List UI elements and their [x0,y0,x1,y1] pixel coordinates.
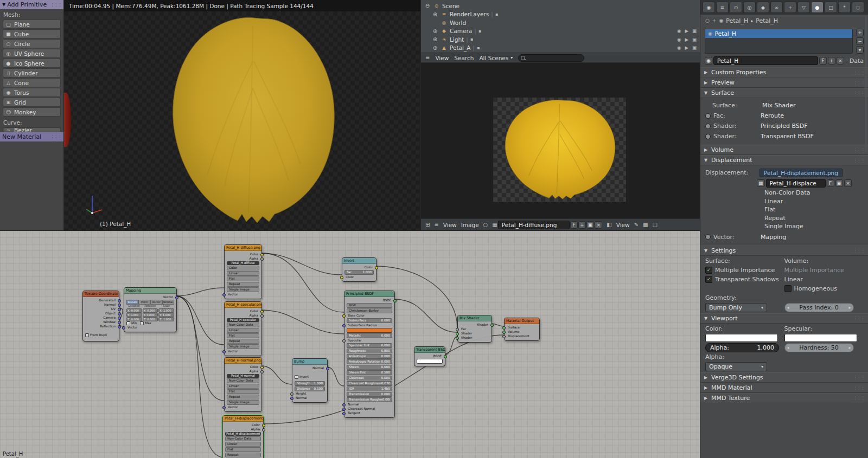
value-field[interactable]: Y: 0.000 [126,313,142,317]
node-row-linear[interactable]: Linear [225,442,261,447]
node-row-sheen[interactable]: Sheen0.000 [347,365,392,370]
socket-icon[interactable] [705,234,711,240]
selectability-icon[interactable]: ▶ [685,37,688,42]
node-row-y-0-000-y-0-000-y-1-000[interactable]: Y: 0.000Y: 0.000Y: 1.000 [126,313,174,317]
value-field[interactable]: X: 0.000 [126,308,142,313]
outliner-search-input[interactable] [518,54,584,62]
node-row-flat[interactable]: Flat [227,276,259,281]
remove-slot-button[interactable]: − [856,37,864,45]
output-socket[interactable] [260,370,264,373]
surface-panel-header[interactable]: ▼ Surface ⋮⋮⋮ [700,88,868,98]
node-row-sheen-tint[interactable]: Sheen Tint0.500 [347,370,392,375]
visibility-icon[interactable]: ◉ [677,28,681,34]
node-row-linear[interactable]: Linear [227,271,259,276]
renderability-icon[interactable]: ▣ [692,28,697,34]
add-ico-sphere-button[interactable]: ●Ico Sphere [3,59,61,68]
mmd-texture-panel-header[interactable]: ▶ MMD Texture ⋮⋮⋮ [700,393,868,403]
node-mapping[interactable]: MappingVectorTexturePointVectorNormalLoc… [124,287,177,332]
output-socket[interactable] [262,428,265,431]
input-socket[interactable] [342,324,346,327]
fake-user-button[interactable]: F [819,57,827,64]
breadcrumb-material[interactable]: Petal_H [756,17,778,24]
node-row-linear[interactable]: Linear [227,328,259,333]
value-field[interactable]: X: 1.000 [158,308,174,313]
renderability-icon[interactable]: ▣ [692,45,697,50]
red-petal-object[interactable] [64,93,71,147]
input-socket[interactable] [342,408,346,411]
input-socket[interactable] [342,314,346,318]
outliner-item-label[interactable]: Scene [442,3,459,9]
output-socket[interactable] [260,314,264,318]
diffuse-color-swatch[interactable] [705,334,778,342]
output-socket[interactable] [326,367,329,370]
visibility-icon[interactable]: ◉ [677,45,681,50]
new-material-button[interactable]: + [828,57,835,64]
browse-material-button[interactable]: ◉ [705,57,712,64]
output-socket[interactable] [490,324,494,327]
alpha-slider[interactable]: Alpha: 1.000 [705,343,779,352]
properties-tab-scene-icon[interactable]: ⊙ [730,2,742,13]
input-socket[interactable] [456,332,459,336]
unlink-image-button[interactable]: × [595,221,602,229]
node-row-texture-point-vector-normal[interactable]: TexturePointVectorNormal [126,300,174,304]
node-title[interactable]: Bump [292,359,327,365]
panel-grip-icon[interactable]: ⋮⋮⋮ [853,80,864,86]
properties-tab-particles-icon[interactable]: * [838,2,851,13]
panel-grip-icon[interactable]: ⋮⋮⋮ [853,395,864,401]
node-row-flat[interactable]: Flat [225,447,261,452]
image-option-select[interactable]: Single Image [757,222,864,231]
node-row-color[interactable]: Color [227,266,259,270]
node-title[interactable]: Mapping [124,288,176,294]
node-row-subsurface[interactable]: Subsurface0.000 [347,318,392,323]
blend-mode-select[interactable]: Opaque ▾ [705,362,767,371]
node-row-ggx[interactable]: GGX [347,303,392,308]
node-row-clearcoat-roughness[interactable]: Clearcoat Roughness0.030 [347,381,392,386]
input-socket[interactable] [456,328,459,331]
node-title[interactable]: Petal_H-diffuse.png [225,245,261,251]
node-row-single-image[interactable]: Single Image [227,344,259,349]
input-socket[interactable] [222,350,226,353]
new-material-panel-header[interactable]: New Material ⋮⋮⋮ [0,132,63,141]
properties-tab-physics-icon[interactable]: ◌ [852,2,864,13]
node-row-ior[interactable]: IOR1.450 [347,386,392,391]
expand-collapsed-icon[interactable]: ⊕ [432,45,438,51]
image-option-select[interactable]: Flat [757,205,864,214]
input-socket[interactable] [290,397,293,400]
image-option-select[interactable]: Linear [757,197,864,206]
outliner-item-label[interactable]: World [450,20,466,26]
node-row-single-image[interactable]: Single Image [227,400,259,405]
checkbox-icon[interactable] [140,321,144,325]
settings-panel-header[interactable]: ▼ Settings ⋮⋮⋮ [700,246,868,256]
breadcrumb-object[interactable]: Petal_H [726,17,748,24]
visibility-icon[interactable]: ◉ [677,37,681,42]
volume-interpolation[interactable]: Linear [784,275,864,284]
custom-properties-panel-header[interactable]: ▶ Custom Properties ⋮⋮⋮ [700,67,868,78]
input-socket[interactable] [502,335,506,338]
node-row-anisotropic[interactable]: Anisotropic0.000 [347,354,392,359]
vector-value[interactable]: Mapping [761,234,786,241]
panel-grip-icon[interactable]: ⋮⋮⋮ [853,248,864,253]
node-row-petal-h-diffuse[interactable]: Petal_H-diffuse [227,261,259,265]
properties-tab-modifiers-icon[interactable]: + [784,2,796,13]
node-texture-coordinate[interactable]: Texture CoordinateGeneratedNormalUVObjec… [82,291,119,341]
checkbox-icon[interactable] [126,321,130,325]
add-bezier-button[interactable]: ~ Bezier [3,127,61,132]
node-invert[interactable]: InvertColorFac1.000Color [342,257,376,282]
viewport-panel-header[interactable]: ▼ Viewport ⋮⋮⋮ [700,313,868,324]
checkbox-icon[interactable] [295,375,298,379]
outliner-row-petal_a[interactable]: ⊕▲Petal_A|▪◉▶▣ [421,44,700,53]
input-socket[interactable] [290,392,293,396]
displacement-image-select[interactable]: Petal_H-displacement.png [760,169,843,177]
input-socket[interactable] [502,326,506,330]
outliner-item-label[interactable]: Light [450,36,464,43]
search-menu[interactable]: Search [454,55,474,61]
render-slot-icon[interactable]: □ [653,222,658,228]
input-socket[interactable] [342,412,346,415]
material-slot-row[interactable]: ◉ Petal_H [705,29,852,38]
input-socket[interactable] [342,339,346,343]
node-title[interactable]: Transparent BSDF [414,347,445,353]
output-socket[interactable] [118,308,121,311]
add-primitive-panel-header[interactable]: ▼ Add Primitive ⋮⋮⋮ [0,0,63,9]
arrow-right-icon[interactable]: ▸ [848,345,851,350]
node-title[interactable]: Invert [342,258,376,264]
